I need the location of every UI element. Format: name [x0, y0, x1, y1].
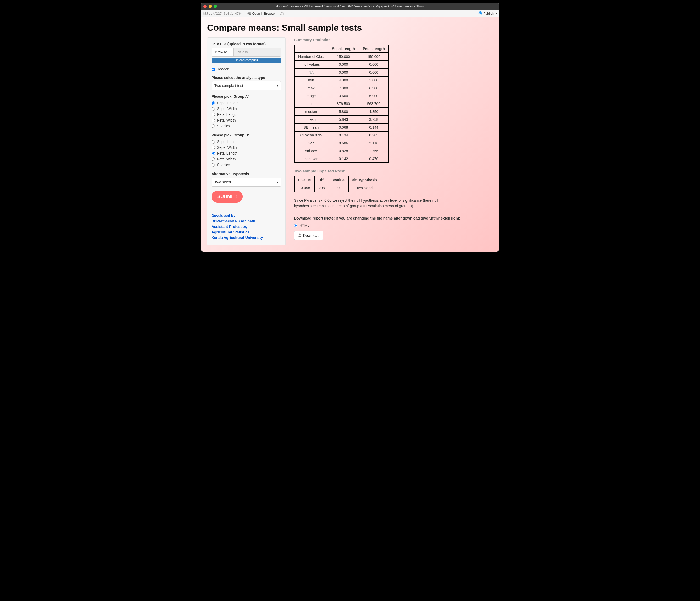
ttest-col-header: Pvalue: [329, 176, 348, 184]
cell: 0.000: [359, 61, 389, 68]
credits-line: Agricultural Statistics,: [211, 230, 281, 235]
table-row: NA0.0000.000: [294, 68, 389, 76]
download-format-radio[interactable]: [294, 224, 297, 227]
download-button-label: Download: [303, 234, 319, 238]
sidebar: CSV File (upload in csv format) Browse..…: [207, 38, 285, 245]
address-bar[interactable]: http://127.0.0.1:4764: [203, 12, 243, 16]
group-a-label: Please pick 'Group A': [211, 94, 281, 98]
group-a-label: Petal.Length: [217, 113, 238, 117]
table-row: SE.mean0.0680.144: [294, 123, 389, 131]
page-title: Compare means: Small sample tests: [207, 23, 493, 33]
group-a-radio[interactable]: [211, 119, 215, 122]
table-row: median5.8004.350: [294, 108, 389, 116]
alt-hyp-select[interactable]: Two sided: [211, 177, 281, 187]
window-controls: [203, 5, 217, 8]
analysis-type-select[interactable]: Two sample t-test: [211, 81, 281, 90]
row-label: coef.var: [294, 155, 328, 163]
table-row: var0.6863.116: [294, 139, 389, 147]
row-label: NA: [294, 68, 328, 76]
cell: 7.900: [328, 84, 359, 92]
open-browser-button[interactable]: Open in Browser: [252, 12, 276, 16]
credits: Developed by: Dr.Pratheesh P. Gopinath A…: [211, 213, 281, 245]
cell: 6.900: [359, 84, 389, 92]
cell: 3.758: [359, 116, 389, 123]
header-label: Header: [217, 67, 228, 71]
row-label: sum: [294, 100, 328, 108]
group-a-label: Species: [217, 124, 230, 128]
svg-point-1: [479, 12, 481, 14]
header-checkbox[interactable]: [211, 68, 215, 71]
app-window: /Library/Frameworks/R.framework/Versions…: [201, 3, 499, 251]
file-name: iris.csv: [233, 48, 281, 56]
cell: 3.116: [359, 139, 389, 147]
group-a-radio[interactable]: [211, 124, 215, 128]
group-a-option[interactable]: Petal.Width: [211, 117, 281, 123]
table-row: sum876.500563.700: [294, 100, 389, 108]
group-b-option[interactable]: Species: [211, 162, 281, 168]
group-a-radio[interactable]: [211, 101, 215, 105]
row-label: range: [294, 92, 328, 100]
refresh-icon[interactable]: [280, 11, 284, 16]
upload-progress: Upload complete: [211, 58, 281, 63]
download-format-row[interactable]: HTML: [294, 222, 493, 228]
cell: 0.134: [328, 131, 359, 139]
credits-line: Assistant Professor,: [211, 224, 281, 230]
group-b-radio[interactable]: [211, 163, 215, 167]
group-a-radio[interactable]: [211, 107, 215, 111]
cell: 0.000: [328, 68, 359, 76]
minimize-icon[interactable]: [209, 5, 212, 8]
table-row: std.dev0.8281.765: [294, 147, 389, 155]
group-b-option[interactable]: Petal.Width: [211, 156, 281, 162]
browse-button[interactable]: Browse...: [212, 48, 233, 56]
group-a-label: Sepal.Width: [217, 106, 236, 111]
cell: 1.000: [359, 76, 389, 84]
cell: 4.300: [328, 76, 359, 84]
file-input[interactable]: Browse... iris.csv: [211, 48, 281, 56]
cell: 563.700: [359, 100, 389, 108]
group-a-option[interactable]: Species: [211, 123, 281, 129]
submit-button[interactable]: SUBMIT!: [211, 191, 243, 202]
group-a-option[interactable]: Petal.Length: [211, 112, 281, 117]
row-label: median: [294, 108, 328, 116]
group-a-radio[interactable]: [211, 113, 215, 116]
close-icon[interactable]: [203, 5, 206, 8]
maximize-icon[interactable]: [214, 5, 217, 8]
publish-button[interactable]: Publish: [483, 12, 494, 16]
browser-icon: [247, 11, 251, 16]
group-a-option[interactable]: Sepal.Width: [211, 106, 281, 112]
group-b-radio[interactable]: [211, 146, 215, 149]
row-label: min: [294, 76, 328, 84]
ttest-col-header: t_value: [294, 176, 315, 184]
table-row: min4.3001.000: [294, 76, 389, 84]
table-row: 13.0982980two.sided: [294, 184, 381, 192]
cell: 0.142: [328, 155, 359, 163]
group-b-option[interactable]: Sepal.Width: [211, 145, 281, 150]
row-label: var: [294, 139, 328, 147]
download-button[interactable]: Download: [294, 231, 323, 240]
group-b-radio[interactable]: [211, 152, 215, 155]
summary-heading: Summary Statistics: [294, 38, 493, 42]
cell: 876.500: [328, 100, 359, 108]
window-title: /Library/Frameworks/R.framework/Versions…: [276, 4, 424, 8]
cell: 0.686: [328, 139, 359, 147]
group-a-label: Petal.Width: [217, 118, 236, 122]
row-label: null values: [294, 61, 328, 68]
group-b-radio[interactable]: [211, 140, 215, 144]
download-icon: [298, 233, 302, 238]
publish-icon: [478, 11, 482, 16]
header-checkbox-row[interactable]: Header: [211, 67, 281, 71]
table-row: CI.mean.0.950.1340.285: [294, 131, 389, 139]
group-a-option[interactable]: Sepal.Length: [211, 100, 281, 106]
group-b-radio[interactable]: [211, 158, 215, 161]
cell: 13.098: [294, 184, 315, 192]
toolbar: http://127.0.0.1:4764 Open in Browser Pu…: [201, 10, 499, 17]
group-b-option[interactable]: Petal.Length: [211, 150, 281, 156]
group-b-label: Species: [217, 163, 230, 167]
credits-line: Kerala Agricultural University: [211, 235, 281, 241]
download-label: Download report (Note: if you are changi…: [294, 216, 493, 220]
cell: 1.765: [359, 147, 389, 155]
publish-dropdown-icon[interactable]: ▾: [496, 12, 497, 15]
group-b-option[interactable]: Sepal.Length: [211, 139, 281, 145]
row-label: mean: [294, 116, 328, 123]
cell: 298: [315, 184, 328, 192]
